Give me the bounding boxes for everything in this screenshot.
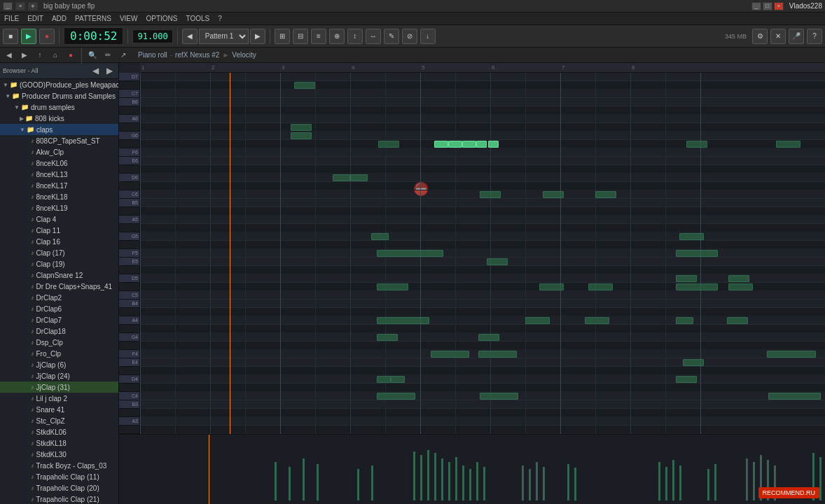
- note-block[interactable]: [377, 334, 398, 341]
- note-block[interactable]: [686, 141, 707, 148]
- tree-item[interactable]: ♪Fro_Clp: [0, 348, 118, 359]
- note-block[interactable]: [676, 317, 693, 324]
- record-button[interactable]: ●: [39, 29, 55, 44]
- tab-add-btn[interactable]: +: [28, 2, 38, 10]
- menu-options[interactable]: OPTIONS: [144, 15, 179, 22]
- roll-content[interactable]: D7C7B6A6G6F6E6D6C6B5A5G5F5E5D5C5B4A4G4F4…: [119, 73, 825, 434]
- record-btn2[interactable]: ●: [64, 49, 77, 62]
- note-block[interactable]: [488, 141, 499, 148]
- piano-key[interactable]: B5: [119, 199, 139, 207]
- tree-item[interactable]: ♪Clap 4: [0, 214, 118, 225]
- pattern-prev[interactable]: ◀: [182, 29, 197, 44]
- note-block[interactable]: [676, 284, 718, 290]
- win-close[interactable]: ×: [774, 2, 784, 10]
- note-block[interactable]: [728, 284, 753, 290]
- tool-pencil[interactable]: ✏: [102, 49, 114, 62]
- piano-key[interactable]: G4: [119, 333, 139, 342]
- piano-key[interactable]: D7: [119, 73, 139, 81]
- note-block[interactable]: [462, 141, 476, 148]
- piano-key[interactable]: F5: [119, 249, 139, 258]
- tree-item[interactable]: ♪Lil j clap 2: [0, 393, 118, 404]
- note-block[interactable]: [294, 82, 315, 89]
- tree-item[interactable]: ♪Trapaholic Clap (21): [0, 493, 118, 504]
- piano-key[interactable]: C4: [119, 392, 139, 400]
- piano-key[interactable]: [119, 384, 139, 392]
- note-block[interactable]: [377, 393, 415, 400]
- piano-key[interactable]: C5: [119, 291, 139, 300]
- note-block[interactable]: [487, 258, 508, 265]
- tree-item[interactable]: ♪Dr Dre Claps+Snaps_41: [0, 281, 118, 292]
- tree-item[interactable]: ♪StkdKL06: [0, 426, 118, 438]
- note-block[interactable]: [767, 351, 816, 358]
- piano-key[interactable]: E5: [119, 258, 139, 266]
- play-button[interactable]: ▶: [21, 29, 36, 44]
- note-block[interactable]: [480, 393, 518, 400]
- menu-edit[interactable]: EDIT: [26, 15, 45, 22]
- note-block[interactable]: [478, 351, 517, 358]
- tree-item[interactable]: ♪DrClap6: [0, 303, 118, 314]
- piano-key[interactable]: [119, 266, 139, 274]
- note-block[interactable]: [291, 124, 312, 131]
- piano-key[interactable]: A3: [119, 417, 139, 426]
- tree-item[interactable]: ♪JjClap (6): [0, 359, 118, 370]
- note-block[interactable]: [434, 141, 448, 148]
- tool-btn-6[interactable]: ↔: [366, 29, 381, 44]
- note-block[interactable]: [333, 174, 350, 181]
- tool-btn-7[interactable]: ✎: [384, 29, 399, 44]
- piano-key[interactable]: F6: [119, 148, 139, 157]
- sys-btn-4[interactable]: ?: [807, 29, 822, 44]
- note-block[interactable]: [378, 141, 399, 148]
- minimize-btn[interactable]: _: [3, 2, 13, 10]
- tree-item[interactable]: ▼📁claps: [0, 124, 118, 135]
- tab-button[interactable]: ×: [15, 2, 25, 10]
- tree-item[interactable]: ♪StkdKL30: [0, 449, 118, 460]
- note-block[interactable]: [679, 233, 704, 240]
- tree-item[interactable]: ♪DrClap18: [0, 326, 118, 337]
- piano-key[interactable]: D5: [119, 274, 139, 283]
- note-block[interactable]: [350, 174, 368, 181]
- piano-key[interactable]: [119, 426, 139, 434]
- piano-key[interactable]: A6: [119, 115, 139, 123]
- note-block[interactable]: [377, 317, 429, 324]
- piano-key[interactable]: C7: [119, 90, 139, 98]
- pattern-select[interactable]: Pattern 1: [199, 29, 249, 44]
- note-block[interactable]: [727, 317, 748, 324]
- note-block[interactable]: [676, 376, 697, 383]
- menu-file[interactable]: FILE: [3, 15, 20, 22]
- piano-key[interactable]: [119, 325, 139, 333]
- stop-button[interactable]: ■: [3, 29, 18, 44]
- tool-btn-2[interactable]: ⊟: [293, 29, 308, 44]
- tree-item[interactable]: ♪Snare 41: [0, 404, 118, 415]
- breadcrumb-item-2[interactable]: refX Nexus #2: [175, 51, 219, 59]
- win-maximize[interactable]: □: [763, 2, 772, 10]
- tree-item[interactable]: ♪Track Boyz - Claps_03: [0, 460, 118, 471]
- piano-keys[interactable]: D7C7B6A6G6F6E6D6C6B5A5G5F5E5D5C5B4A4G4F4…: [119, 73, 140, 434]
- nav-home[interactable]: ⌂: [49, 49, 62, 62]
- piano-key[interactable]: G5: [119, 232, 139, 241]
- piano-key[interactable]: [119, 224, 139, 232]
- piano-key[interactable]: [119, 241, 139, 249]
- note-block[interactable]: [480, 191, 501, 198]
- tree-item[interactable]: ♪Stc_ClpZ: [0, 415, 118, 426]
- piano-key[interactable]: [119, 140, 139, 148]
- tool-btn-8[interactable]: ⊘: [402, 29, 417, 44]
- note-block[interactable]: [377, 284, 408, 290]
- piano-key[interactable]: B3: [119, 400, 139, 409]
- bpm-display[interactable]: 91.000: [132, 29, 172, 43]
- menu-help[interactable]: ?: [216, 15, 223, 22]
- menu-tools[interactable]: TOOLS: [184, 15, 211, 22]
- piano-key[interactable]: [119, 207, 139, 216]
- note-block[interactable]: [768, 393, 821, 400]
- tree-item[interactable]: ♪Clap (17): [0, 247, 118, 258]
- tool-btn-1[interactable]: ⊞: [275, 29, 290, 44]
- piano-key[interactable]: A4: [119, 316, 139, 325]
- tree-item[interactable]: ▶📁808 kicks: [0, 113, 118, 124]
- piano-key[interactable]: D4: [119, 375, 139, 384]
- tree-item[interactable]: ♪Dsp_Clp: [0, 337, 118, 348]
- tree-item[interactable]: ♪Clap 11: [0, 225, 118, 236]
- menu-view[interactable]: VIEW: [118, 15, 139, 22]
- menu-add[interactable]: ADD: [50, 15, 68, 22]
- menu-patterns[interactable]: PATTERNS: [74, 15, 113, 22]
- piano-key[interactable]: D6: [119, 174, 139, 182]
- note-block[interactable]: [676, 250, 718, 257]
